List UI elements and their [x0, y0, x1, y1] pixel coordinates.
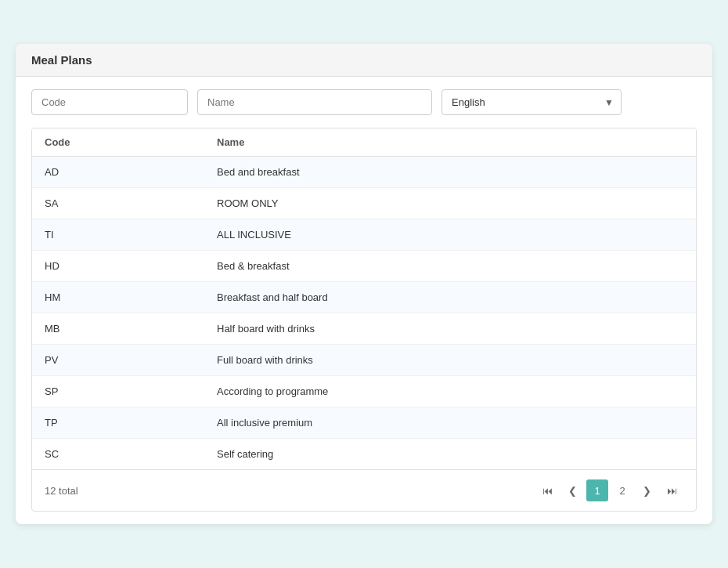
cell-name: All inclusive premium	[204, 407, 696, 439]
total-label: 12 total	[45, 485, 78, 497]
table-row[interactable]: SCSelf catering	[32, 439, 696, 470]
table-row[interactable]: MBHalf board with drinks	[32, 313, 696, 345]
table-row[interactable]: TPAll inclusive premium	[32, 407, 696, 439]
language-select[interactable]: English French Spanish German	[441, 89, 622, 115]
data-table: Code Name ADBed and breakfastSAROOM ONLY…	[31, 128, 697, 512]
page-title: Meal Plans	[31, 53, 697, 67]
card-body: English French Spanish German ▼ Code Nam…	[16, 77, 712, 524]
cell-code: HM	[32, 282, 204, 313]
cell-code: TP	[32, 407, 204, 439]
cell-name: ALL INCLUSIVE	[204, 219, 696, 251]
cell-code: PV	[32, 345, 204, 376]
table-row[interactable]: SAROOM ONLY	[32, 188, 696, 219]
first-page-button[interactable]: ⏮	[536, 482, 559, 500]
cell-code: AD	[32, 157, 204, 188]
cell-code: MB	[32, 313, 204, 345]
page-2-button[interactable]: 2	[611, 479, 633, 501]
page-1-button[interactable]: 1	[586, 479, 608, 501]
table-row[interactable]: HDBed & breakfast	[32, 251, 696, 282]
cell-code: HD	[32, 251, 204, 282]
name-input[interactable]	[197, 89, 432, 115]
cell-name: Self catering	[204, 439, 696, 470]
next-page-button[interactable]: ❯	[636, 482, 658, 500]
last-page-button[interactable]: ⏭	[661, 482, 683, 500]
table-row[interactable]: HMBreakfast and half board	[32, 282, 696, 313]
cell-name: Bed and breakfast	[204, 157, 696, 188]
filters-bar: English French Spanish German ▼	[31, 89, 697, 115]
table-footer: 12 total ⏮ ❮ 1 2 ❯ ⏭	[32, 469, 696, 511]
cell-name: According to programme	[204, 376, 696, 407]
column-header-name: Name	[204, 128, 696, 157]
language-select-wrapper: English French Spanish German ▼	[441, 89, 622, 115]
meal-plans-card: Meal Plans English French Spanish German…	[16, 44, 712, 524]
card-header: Meal Plans	[16, 44, 712, 77]
cell-name: Breakfast and half board	[204, 282, 696, 313]
prev-page-button[interactable]: ❮	[562, 482, 583, 500]
cell-name: Full board with drinks	[204, 345, 696, 376]
column-header-code: Code	[32, 128, 204, 157]
cell-name: Half board with drinks	[204, 313, 696, 345]
table-row[interactable]: TIALL INCLUSIVE	[32, 219, 696, 251]
pagination: ⏮ ❮ 1 2 ❯ ⏭	[536, 479, 683, 501]
cell-code: SC	[32, 439, 204, 470]
table-header-row: Code Name	[32, 128, 696, 157]
cell-name: ROOM ONLY	[204, 188, 696, 219]
table-row[interactable]: SPAccording to programme	[32, 376, 696, 407]
table-row[interactable]: ADBed and breakfast	[32, 157, 696, 188]
code-input[interactable]	[31, 89, 188, 115]
table-row[interactable]: PVFull board with drinks	[32, 345, 696, 376]
cell-name: Bed & breakfast	[204, 251, 696, 282]
cell-code: SP	[32, 376, 204, 407]
cell-code: SA	[32, 188, 204, 219]
cell-code: TI	[32, 219, 204, 251]
